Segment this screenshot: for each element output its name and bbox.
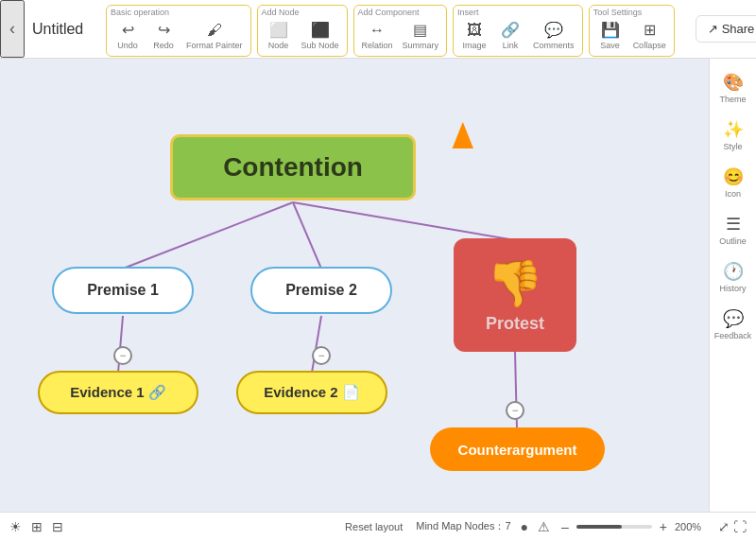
collapse-button[interactable]: ⊞ Collapse <box>629 19 670 51</box>
warning-icon[interactable]: ⚠ <box>538 519 550 534</box>
format-painter-icon: 🖌 <box>207 21 222 39</box>
share-button[interactable]: ↗ Share <box>696 15 756 43</box>
image-button[interactable]: 🖼 Image <box>457 19 491 51</box>
premise2-label: Premise 2 <box>285 282 357 299</box>
page-title: Untitled <box>25 21 100 38</box>
premise1-label: Premise 1 <box>87 282 159 299</box>
save-icon: 💾 <box>601 21 620 39</box>
canvas: ▲ Contention Premise 1 Premise 2 👎 Prote… <box>0 59 709 512</box>
fullscreen-icon[interactable]: ⛶ <box>733 519 747 534</box>
tool-settings-items: 💾 Save ⊞ Collapse <box>593 19 670 51</box>
node-count: Mind Map Nodes：7 <box>416 519 510 533</box>
protest-node[interactable]: 👎 Protest <box>454 238 576 352</box>
basic-operation-label: Basic operation <box>111 8 169 17</box>
link-button[interactable]: 🔗 Link <box>493 19 527 51</box>
insert-items: 🖼 Image 🔗 Link 💬 Comments <box>457 19 578 51</box>
link-label: Link <box>503 41 519 50</box>
sidebar-item-icon[interactable]: 😊 Icon <box>713 161 754 204</box>
add-component-group: Add Component ↔ Relation ▤ Summary <box>353 5 448 56</box>
history-icon: 🕐 <box>723 261 744 282</box>
node-label: Node <box>268 41 289 50</box>
svg-line-2 <box>293 202 515 240</box>
zoom-level: 200% <box>675 521 709 532</box>
contention-node[interactable]: Contention <box>170 134 416 200</box>
redo-button[interactable]: ↪ Redo <box>146 19 180 51</box>
theme-icon: 🎨 <box>723 72 744 93</box>
premise1-node[interactable]: Premise 1 <box>52 267 194 314</box>
collapse-icon: ⊞ <box>644 21 656 39</box>
tool-settings-label: Tool Settings <box>593 8 643 17</box>
save-button[interactable]: 💾 Save <box>593 19 627 51</box>
thumbs-down-icon: 👎 <box>487 257 543 310</box>
zoom-slider[interactable] <box>576 525 652 529</box>
share-icon: ↗ <box>708 22 718 36</box>
zoom-out-button[interactable]: – <box>559 519 571 534</box>
expand-buttons: ⤢ ⛶ <box>718 519 747 534</box>
feedback-label: Feedback <box>714 331 752 340</box>
summary-label: Summary <box>403 41 439 50</box>
reset-layout-button[interactable]: Reset layout <box>345 521 403 532</box>
right-sidebar: 🎨 Theme ✨ Style 😊 Icon ☰ Outline 🕐 Histo… <box>709 59 756 512</box>
collapse-label: Collapse <box>633 41 666 50</box>
counterargument-node[interactable]: Counterargument <box>430 427 605 471</box>
comments-label: Comments <box>533 41 575 50</box>
relation-button[interactable]: ↔ Relation <box>358 19 397 51</box>
grid-icon[interactable]: ⊞ <box>31 519 43 534</box>
sun-icon[interactable]: ☀ <box>9 519 22 534</box>
zoom-slider-fill <box>576 525 622 529</box>
icon-label: Icon <box>725 189 741 199</box>
evidence1-node[interactable]: Evidence 1 🔗 <box>38 371 198 414</box>
collapse-dot-protest[interactable]: − <box>506 401 524 420</box>
history-label: History <box>719 284 746 293</box>
redo-icon: ↪ <box>158 21 170 39</box>
sub-node-button[interactable]: ⬛ Sub Node <box>298 19 343 51</box>
evidence2-node[interactable]: Evidence 2 📄 <box>236 371 387 414</box>
insert-group: Insert 🖼 Image 🔗 Link 💬 Comments <box>453 5 583 56</box>
back-button[interactable]: ‹ <box>0 0 25 58</box>
comments-button[interactable]: 💬 Comments <box>529 19 578 51</box>
settings-dot-icon[interactable]: ● <box>521 519 528 534</box>
contention-label: Contention <box>223 152 363 183</box>
svg-line-1 <box>293 202 321 269</box>
relation-icon: ↔ <box>369 21 385 39</box>
outline-icon: ☰ <box>726 214 741 235</box>
add-node-group: Add Node ⬜ Node ⬛ Sub Node <box>257 5 348 56</box>
summary-icon: ▤ <box>413 21 427 39</box>
format-painter-button[interactable]: 🖌 Format Painter <box>182 19 247 51</box>
premise2-node[interactable]: Premise 2 <box>250 267 392 314</box>
add-node-label: Add Node <box>262 8 300 17</box>
undo-button[interactable]: ↩ Undo <box>111 19 145 51</box>
sidebar-item-feedback[interactable]: 💬 Feedback <box>713 303 754 346</box>
share-export-actions: ↗ Share 📤 Export <box>684 15 756 43</box>
sidebar-item-style[interactable]: ✨ Style <box>713 113 754 157</box>
undo-icon: ↩ <box>122 21 134 39</box>
sidebar-item-outline[interactable]: ☰ Outline <box>713 208 754 252</box>
zoom-in-button[interactable]: + <box>658 519 669 534</box>
basic-operation-group: Basic operation ↩ Undo ↪ Redo 🖌 Format P… <box>106 5 251 56</box>
sidebar-item-history[interactable]: 🕐 History <box>713 255 754 299</box>
feedback-icon: 💬 <box>723 308 744 329</box>
summary-button[interactable]: ▤ Summary <box>399 19 443 51</box>
image-label: Image <box>463 41 487 50</box>
table-icon[interactable]: ⊟ <box>52 519 63 534</box>
header: ‹ Untitled Basic operation ↩ Undo ↪ Redo… <box>0 0 756 59</box>
collapse-dot-premise2[interactable]: − <box>312 346 331 365</box>
add-component-label: Add Component <box>358 8 420 17</box>
evidence2-label: Evidence 2 📄 <box>264 384 360 401</box>
collapse-dot-premise1[interactable]: − <box>113 346 132 365</box>
evidence1-label: Evidence 1 🔗 <box>70 384 166 401</box>
relation-label: Relation <box>362 41 393 50</box>
redo-label: Redo <box>153 41 174 50</box>
sub-node-label: Sub Node <box>301 41 339 50</box>
tool-settings-group: Tool Settings 💾 Save ⊞ Collapse <box>589 5 675 56</box>
fit-screen-icon[interactable]: ⤢ <box>718 519 730 534</box>
node-button[interactable]: ⬜ Node <box>262 19 296 51</box>
save-label: Save <box>600 41 620 50</box>
sidebar-item-theme[interactable]: 🎨 Theme <box>713 66 754 110</box>
comments-icon: 💬 <box>544 21 563 39</box>
counterargument-label: Counterargument <box>458 442 577 458</box>
share-label: Share <box>722 22 755 36</box>
up-arrow-indicator: ▲ <box>445 111 481 156</box>
add-node-items: ⬜ Node ⬛ Sub Node <box>262 19 343 51</box>
theme-label: Theme <box>719 95 746 104</box>
